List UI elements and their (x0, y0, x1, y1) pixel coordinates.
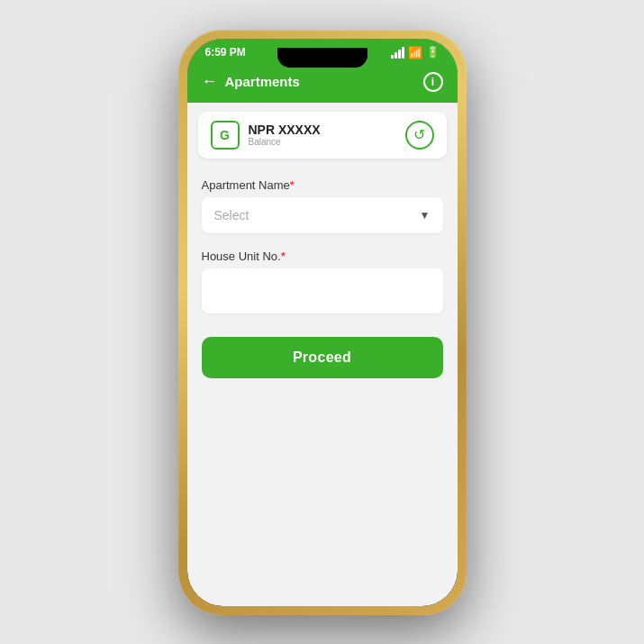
balance-card: G NPR XXXXX Balance ↺ (198, 112, 447, 159)
status-time: 6:59 PM (205, 46, 246, 59)
balance-label: Balance (249, 137, 321, 147)
phone-frame: 6:59 PM 📶 🔋 ← Apartments (178, 30, 467, 615)
signal-icon (391, 47, 404, 59)
app-header: ← Apartments i (187, 63, 458, 103)
proceed-button[interactable]: Proceed (202, 337, 443, 378)
apartment-required: * (290, 178, 295, 192)
balance-left: G NPR XXXXX Balance (211, 121, 321, 150)
chevron-down-icon: ▼ (420, 209, 431, 222)
back-button[interactable]: ← (202, 72, 218, 91)
form-content: Apartment Name* Select ▼ House Unit No.*… (187, 168, 458, 606)
header-left: ← Apartments (202, 72, 300, 91)
refresh-button[interactable]: ↺ (405, 121, 434, 150)
house-unit-required: * (281, 249, 286, 263)
info-button[interactable]: i (423, 72, 443, 92)
house-unit-label: House Unit No.* (202, 249, 443, 263)
battery-icon: 🔋 (426, 46, 440, 59)
status-icons: 📶 🔋 (391, 46, 440, 59)
balance-amount: NPR XXXXX (249, 122, 321, 137)
phone-inner: 6:59 PM 📶 🔋 ← Apartments (187, 39, 458, 606)
page-title: Apartments (225, 74, 300, 89)
house-unit-input[interactable] (202, 268, 443, 313)
balance-card-icon: G (211, 121, 240, 150)
apartment-select[interactable]: Select ▼ (202, 197, 443, 233)
balance-info: NPR XXXXX Balance (249, 122, 321, 147)
notch (277, 48, 367, 68)
wifi-icon: 📶 (408, 46, 422, 59)
apartment-label: Apartment Name* (202, 178, 443, 192)
apartment-select-placeholder: Select (214, 208, 249, 222)
phone-screen: 6:59 PM 📶 🔋 ← Apartments (187, 39, 458, 606)
